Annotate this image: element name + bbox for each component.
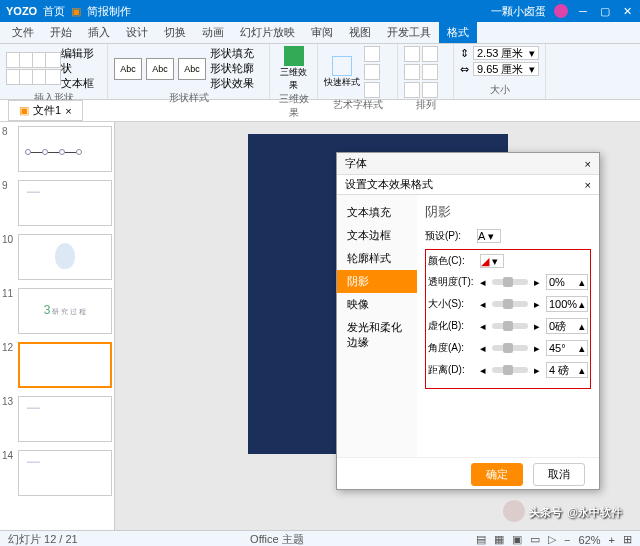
zoom-in-icon[interactable]: + [609,534,615,546]
shape-outline-button[interactable]: 形状轮廓 [210,61,254,76]
slider-2[interactable] [492,323,528,329]
spinner-1[interactable]: 100%▴ [546,296,588,312]
menu-tab-6[interactable]: 幻灯片放映 [232,22,303,43]
slider-right-0[interactable]: ▸ [534,276,540,289]
thumbnail-11[interactable]: 113 研 究 过 程 [0,284,114,338]
group-icon[interactable] [422,64,438,80]
dialog-nav-2[interactable]: 轮廓样式 [337,247,417,270]
dialog-nav-4[interactable]: 映像 [337,293,417,316]
3d-effect-button[interactable]: 三维效果 [276,46,311,92]
menu-tab-10[interactable]: 格式 [439,22,477,43]
group-3d: 三维效果 [276,92,311,120]
notes-icon[interactable]: ▤ [476,533,486,546]
document-tab[interactable]: ▣ 文件1 × [8,100,83,121]
maximize-icon[interactable]: ▢ [598,4,612,18]
slider-4[interactable] [492,367,528,373]
dialog-sub-close-icon[interactable]: × [585,179,591,191]
avatar[interactable] [554,4,568,18]
thumbnail-12[interactable]: 12永中Office [0,338,114,392]
slider-left-1[interactable]: ◂ [480,298,486,311]
thumbnail-10[interactable]: 10 [0,230,114,284]
text-fill-icon[interactable] [364,46,380,62]
text-outline-icon[interactable] [364,64,380,80]
menu-tab-7[interactable]: 审阅 [303,22,341,43]
file-icon: ▣ [19,104,29,117]
bring-front-icon[interactable] [404,46,420,62]
slider-left-4[interactable]: ◂ [480,364,486,377]
menu-tab-5[interactable]: 动画 [194,22,232,43]
fit-icon[interactable]: ⊞ [623,533,632,546]
spinner-0[interactable]: 0%▴ [546,274,588,290]
sorter-view-icon[interactable]: ▣ [512,533,522,546]
send-back-icon[interactable] [422,46,438,62]
style-preset-1[interactable]: Abc [114,58,142,80]
home-link[interactable]: 首页 [43,4,65,19]
preset-dropdown[interactable]: A ▾ [477,229,501,243]
shape-arrow-icon[interactable] [45,52,61,68]
dialog-nav-1[interactable]: 文本边框 [337,224,417,247]
dialog-close-icon[interactable]: × [585,158,591,170]
close-icon[interactable]: ✕ [620,4,634,18]
shape-effect-button[interactable]: 形状效果 [210,76,254,91]
thumbnail-8[interactable]: 8——— [0,122,114,176]
width-icon: ⇔ [460,63,469,76]
text-effect-icon[interactable] [364,82,380,98]
thumbnail-13[interactable]: 13═══ [0,392,114,446]
spinner-3[interactable]: 45°▴ [546,340,588,356]
menu-tab-1[interactable]: 开始 [42,22,80,43]
shape-fill-button[interactable]: 形状填充 [210,46,254,61]
style-preset-3[interactable]: Abc [178,58,206,80]
dialog-nav-0[interactable]: 文本填充 [337,201,417,224]
menu-tab-4[interactable]: 切换 [156,22,194,43]
group-wordart: 艺术字样式 [324,98,391,112]
edit-shape-button[interactable]: 编辑形状 [61,46,101,76]
cancel-button[interactable]: 取消 [533,463,585,486]
dialog-nav-5[interactable]: 发光和柔化边缘 [337,316,417,354]
doc-name[interactable]: 简报制作 [87,4,131,19]
shadow-heading: 阴影 [425,203,591,221]
spinner-4[interactable]: 4 磅▴ [546,362,588,378]
zoom-out-icon[interactable]: − [564,534,570,546]
menu-tab-9[interactable]: 开发工具 [379,22,439,43]
minimize-icon[interactable]: ─ [576,4,590,18]
row-label-3: 角度(A): [428,341,474,355]
height-input[interactable]: 2.53 厘米▾ [473,46,539,60]
rotate-icon[interactable] [404,82,420,98]
slider-right-4[interactable]: ▸ [534,364,540,377]
slider-left-0[interactable]: ◂ [480,276,486,289]
watermark-avatar-icon [503,500,525,522]
slideshow-icon[interactable]: ▷ [548,533,556,546]
slider-right-1[interactable]: ▸ [534,298,540,311]
thumbnail-9[interactable]: 9═══ [0,176,114,230]
dialog-nav-3[interactable]: 阴影 [337,270,417,293]
shape-more-icon[interactable] [45,69,61,85]
color-dropdown[interactable]: ◢ ▾ [480,254,504,268]
slider-left-2[interactable]: ◂ [480,320,486,333]
slider-1[interactable] [492,301,528,307]
menu-tab-0[interactable]: 文件 [4,22,42,43]
style-preset-2[interactable]: Abc [146,58,174,80]
slider-right-2[interactable]: ▸ [534,320,540,333]
ok-button[interactable]: 确定 [471,463,523,486]
pane-icon[interactable] [422,82,438,98]
tab-close-icon[interactable]: × [65,105,71,117]
preset-label: 预设(P): [425,229,471,243]
slider-0[interactable] [492,279,528,285]
menu-tab-3[interactable]: 设计 [118,22,156,43]
reading-view-icon[interactable]: ▭ [530,533,540,546]
slider-3[interactable] [492,345,528,351]
menu-tab-2[interactable]: 插入 [80,22,118,43]
spinner-2[interactable]: 0磅▴ [546,318,588,334]
normal-view-icon[interactable]: ▦ [494,533,504,546]
app-logo: YOZO [6,5,37,17]
menu-tab-8[interactable]: 视图 [341,22,379,43]
align-icon[interactable] [404,64,420,80]
textbox-button[interactable]: 文本框 [61,76,101,91]
slider-left-3[interactable]: ◂ [480,342,486,355]
group-arrange: 排列 [404,98,447,112]
quick-style-button[interactable]: 快速样式 [324,56,360,89]
thumbnail-14[interactable]: 14═══ [0,446,114,500]
width-input[interactable]: 9.65 厘米▾ [473,62,539,76]
font-dialog: 字体 × 设置文本效果格式 × 文本填充文本边框轮廓样式阴影映像发光和柔化边缘 … [336,152,600,490]
slider-right-3[interactable]: ▸ [534,342,540,355]
